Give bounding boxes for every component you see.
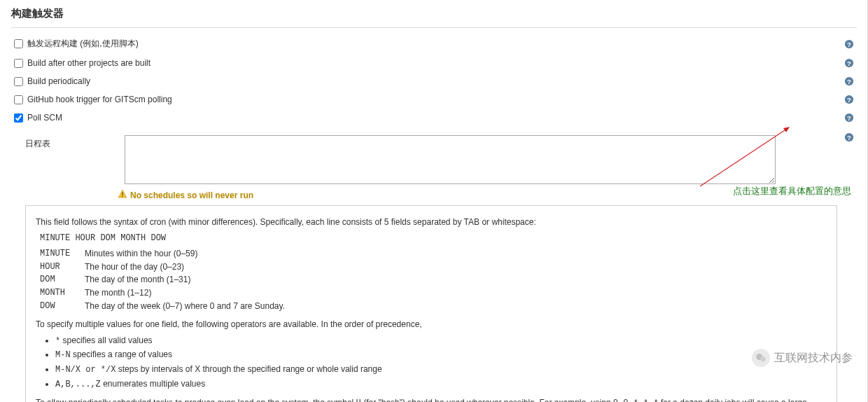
trigger-checkbox-build-after[interactable] [14,59,23,68]
help-field-val: The day of the month (1–31) [85,273,190,286]
help-icon-schedule[interactable]: ? [844,132,854,142]
svg-text:?: ? [847,114,851,122]
warning-icon [118,189,127,201]
trigger-checkbox-remote[interactable] [14,39,23,48]
help-hash-p1: To allow periodically scheduled tasks to… [36,396,827,402]
svg-point-16 [760,356,766,362]
watermark-text: 互联网技术内参 [774,351,853,366]
wechat-icon [752,349,770,367]
warning-text: No schedules so will never run [130,190,253,200]
trigger-row: Build after other projects are built ? [14,54,854,72]
help-field-val: Minutes within the hour (0–59) [85,247,197,261]
op-desc: specifies a range of values [71,349,172,359]
schedule-block: 日程表 ? [11,132,857,186]
op-desc: steps by intervals of X through the spec… [115,364,382,374]
help-operators-intro: To specify multiple values for one field… [36,318,827,331]
svg-text:?: ? [847,40,851,48]
help-field-key: DOW [40,300,78,313]
help-intro: This field follows the syntax of cron (w… [36,216,827,229]
op-desc: specifies all valid values [60,335,152,345]
help-fields-table: MINUTEMinutes within the hour (0–59) HOU… [40,247,827,312]
trigger-row: Poll SCM ? [14,109,854,127]
trigger-row: GitHub hook trigger for GITScm polling ? [14,90,854,109]
trigger-row: 触发远程构建 (例如,使用脚本) ? [14,34,854,54]
help-field-key: MINUTE [40,247,78,261]
watermark: 互联网技术内参 [752,349,853,367]
help-operators-list: * specifies all valid values M-N specifi… [55,334,827,391]
svg-text:?: ? [847,134,851,141]
help-icon[interactable]: ? [844,95,854,104]
svg-rect-13 [122,196,122,197]
warning-row: No schedules so will never run [11,186,857,202]
help-field-val: The hour of the day (0–23) [85,261,184,274]
trigger-label[interactable]: Build after other projects are built [27,58,844,68]
trigger-checkbox-github-hook[interactable] [14,95,23,104]
trigger-label[interactable]: Poll SCM [27,113,844,123]
help-icon[interactable]: ? [844,113,854,123]
section-title: 构建触发器 [11,3,857,28]
svg-text:?: ? [847,78,851,85]
help-icon[interactable]: ? [844,58,854,68]
svg-text:?: ? [847,96,851,104]
trigger-label[interactable]: Build periodically [27,76,844,86]
help-field-key: MONTH [40,286,78,300]
help-icon[interactable]: ? [844,76,854,86]
svg-text:?: ? [847,60,851,67]
trigger-checkbox-periodic[interactable] [14,77,23,86]
trigger-label[interactable]: GitHub hook trigger for GITScm polling [27,95,844,104]
op-code: M-N/X or */X [55,365,115,375]
help-field-key: HOUR [40,261,78,274]
trigger-label[interactable]: 触发远程构建 (例如,使用脚本) [27,38,844,50]
svg-rect-12 [122,192,122,195]
op-desc: enumerates multiple values [101,379,205,389]
help-icon[interactable]: ? [844,39,854,49]
help-field-key: DOM [40,273,78,286]
help-panel: This field follows the syntax of cron (w… [25,205,837,402]
help-field-val: The day of the week (0–7) where 0 and 7 … [85,300,285,313]
trigger-list: 触发远程构建 (例如,使用脚本) ? Build after other pro… [11,28,857,132]
schedule-textarea[interactable] [125,135,776,184]
trigger-row: Build periodically ? [14,72,854,90]
help-syntax-line: MINUTE HOUR DOM MONTH DOW [40,232,827,245]
op-code: A,B,...,Z [55,380,101,389]
op-code: M-N [55,350,71,360]
trigger-checkbox-poll-scm[interactable] [14,113,23,123]
schedule-label: 日程表 [25,135,116,186]
help-field-val: The month (1–12) [85,286,151,300]
